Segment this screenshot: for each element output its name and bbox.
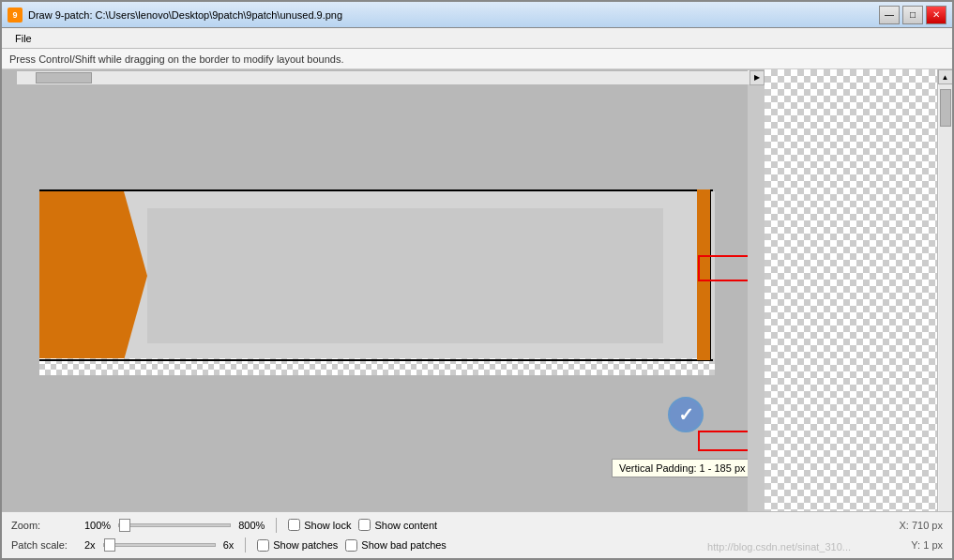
main-window: 9 Draw 9-patch: C:\Users\lenovo\Desktop\…	[0, 0, 954, 560]
show-patches-row: Show patches	[257, 539, 338, 552]
main-area: ✓ Vertical Padding: 1 - 185 px ◀ ▶	[2, 69, 952, 558]
v-scroll-thumb[interactable]	[940, 89, 951, 127]
hint-bar: Press Control/Shift while dragging on th…	[2, 49, 952, 69]
menu-bar: File	[2, 28, 952, 49]
zoom-label: Zoom:	[11, 520, 77, 531]
patch-scale-slider[interactable]	[103, 543, 216, 547]
minimize-button[interactable]: —	[879, 6, 900, 24]
zoom-value: 100%	[84, 520, 111, 531]
svg-marker-0	[39, 191, 147, 360]
orange-bar-right	[697, 189, 710, 360]
show-bad-patches-row: Show bad patches	[345, 539, 447, 552]
maximize-button[interactable]: □	[902, 6, 923, 24]
checker-panel	[765, 69, 952, 511]
zoom-slider[interactable]	[118, 523, 231, 527]
check-circle: ✓	[668, 397, 704, 432]
divider-2	[245, 537, 246, 552]
canvas-scroll[interactable]: ✓ Vertical Padding: 1 - 185 px ◀ ▶	[2, 69, 765, 511]
bottom-scrollbar[interactable]: ◀ ▶	[2, 69, 765, 84]
patch-canvas: ✓ Vertical Padding: 1 - 185 px	[2, 69, 748, 511]
h-scroll-track[interactable]	[17, 71, 750, 84]
patch-scale-slider-container	[103, 543, 216, 547]
patch-scale-min: 2x	[84, 539, 96, 551]
coord-y: Y: 1 px	[911, 539, 943, 551]
show-patches-checkbox[interactable]	[257, 539, 269, 552]
tooltip-text: Vertical Padding: 1 - 185 px	[619, 462, 746, 474]
divider-1	[276, 518, 277, 533]
check-icon: ✓	[678, 403, 694, 426]
h-scroll-thumb[interactable]	[36, 72, 92, 83]
coord-x: X: 710 px	[900, 520, 943, 531]
watermark: http://blog.csdn.net/sinat_310...	[707, 541, 851, 552]
app-icon: 9	[8, 8, 23, 23]
show-bad-patches-label: Show bad patches	[361, 539, 447, 551]
zoom-slider-container	[118, 523, 231, 527]
title-bar-text: Draw 9-patch: C:\Users\lenovo\Desktop\9p…	[28, 9, 879, 21]
menu-file[interactable]: File	[8, 31, 39, 46]
content-region	[147, 208, 663, 343]
show-lock-row: Show lock	[288, 519, 351, 531]
orange-shape	[39, 191, 147, 360]
title-bar-buttons: — □ ✕	[879, 6, 946, 24]
red-rect-bottom	[698, 431, 748, 451]
zoom-max-label: 800%	[238, 520, 265, 531]
v-scroll-track[interactable]	[939, 84, 952, 511]
close-button[interactable]: ✕	[926, 6, 946, 24]
show-lock-checkbox[interactable]	[288, 519, 300, 531]
patch-scale-label: Patch scale:	[11, 539, 77, 551]
status-row-1: Zoom: 100% 800% Show lock Show content X…	[11, 515, 943, 536]
patch-scale-max: 6x	[223, 539, 235, 551]
canvas-area: ✓ Vertical Padding: 1 - 185 px ◀ ▶	[2, 69, 952, 511]
show-patches-label: Show patches	[273, 539, 338, 551]
right-panel: ▲ ▼	[765, 69, 952, 511]
patch-line-top	[39, 189, 713, 191]
title-bar: 9 Draw 9-patch: C:\Users\lenovo\Desktop\…	[2, 2, 952, 28]
right-scrollbar[interactable]: ▲ ▼	[937, 69, 952, 511]
scroll-up-arrow[interactable]: ▲	[938, 69, 953, 84]
scroll-right-arrow[interactable]: ▶	[750, 70, 765, 85]
show-content-label: Show content	[374, 520, 437, 531]
hint-text: Press Control/Shift while dragging on th…	[9, 53, 343, 65]
show-bad-patches-checkbox[interactable]	[345, 539, 357, 552]
tooltip: Vertical Padding: 1 - 185 px	[612, 459, 748, 477]
show-lock-label: Show lock	[304, 520, 351, 531]
show-content-checkbox[interactable]	[358, 519, 371, 531]
show-content-row: Show content	[358, 519, 437, 531]
patch-line-bottom	[39, 359, 713, 361]
